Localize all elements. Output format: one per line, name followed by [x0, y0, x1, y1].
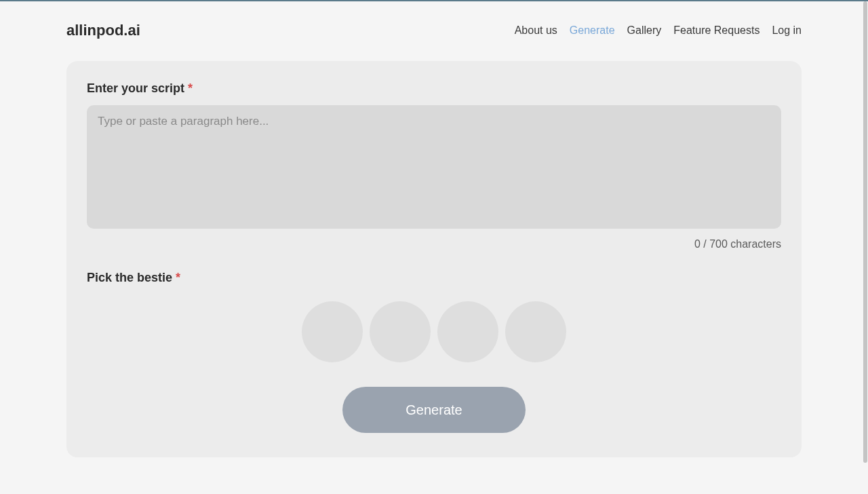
required-mark: *	[176, 271, 180, 284]
bestie-label-row: Pick the bestie *	[87, 271, 781, 285]
logo[interactable]: allinpod.ai	[66, 22, 140, 39]
char-counter: 0 / 700 characters	[87, 238, 781, 250]
bestie-avatar-4[interactable]	[505, 301, 566, 362]
nav: About us Generate Gallery Feature Reques…	[515, 24, 802, 37]
required-mark: *	[188, 81, 193, 95]
header: allinpod.ai About us Generate Gallery Fe…	[66, 1, 802, 53]
bestie-avatar-3[interactable]	[437, 301, 498, 362]
nav-generate[interactable]: Generate	[570, 24, 615, 37]
script-label-row: Enter your script *	[87, 81, 781, 96]
scrollbar[interactable]	[863, 1, 867, 494]
script-label: Enter your script	[87, 81, 184, 95]
nav-about-us[interactable]: About us	[515, 24, 557, 37]
generate-button[interactable]: Generate	[342, 387, 526, 433]
generate-card: Enter your script * 0 / 700 characters P…	[66, 61, 802, 457]
avatar-row	[87, 301, 781, 362]
bestie-label: Pick the bestie	[87, 271, 172, 284]
nav-gallery[interactable]: Gallery	[627, 24, 662, 37]
bestie-section: Pick the bestie *	[87, 271, 781, 362]
bestie-avatar-1[interactable]	[302, 301, 363, 362]
bestie-avatar-2[interactable]	[370, 301, 431, 362]
scrollbar-thumb[interactable]	[863, 1, 867, 463]
script-input[interactable]	[87, 105, 781, 229]
nav-feature-requests[interactable]: Feature Requests	[673, 24, 760, 37]
nav-login[interactable]: Log in	[772, 24, 802, 37]
